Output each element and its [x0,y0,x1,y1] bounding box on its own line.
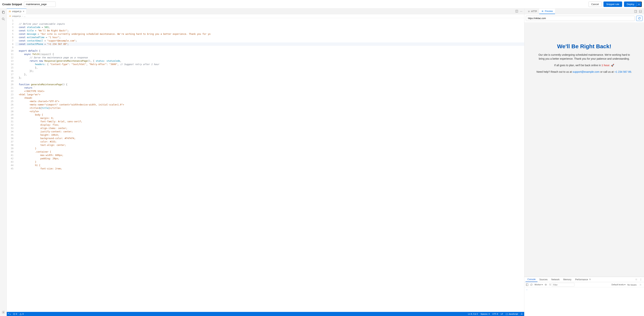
issues-indicator[interactable]: No Issues [627,284,636,286]
page-title: Create Snippet [2,3,22,6]
devtools-tab-sources[interactable]: Sources [538,277,550,282]
explorer-icon[interactable] [2,11,5,14]
svg-point-8 [542,11,543,12]
filter-icon [549,284,551,286]
editor-tabs: JS snippet.js ✕ ⋯ [7,9,524,14]
toggle-sidebar-icon[interactable] [526,283,528,286]
devtools-tab-memory[interactable]: Memory [562,277,573,282]
devtools-more-icon[interactable]: ⋮ [639,278,643,281]
svg-point-2 [2,18,4,20]
svg-point-13 [636,279,636,280]
tab-preview[interactable]: Preview [539,9,555,14]
swap-icon [528,10,530,13]
main: JS snippet.js ✕ ⋯ JS snippet.js › ... 12… [0,9,644,316]
svg-point-18 [546,284,546,285]
language-mode[interactable]: { } JavaScript [506,313,518,315]
preview-eta-line: If all goes to plan, we'll be back onlin… [536,63,633,67]
snippet-name-input[interactable] [24,2,56,7]
indent-setting[interactable]: Spaces: 4 [480,313,490,315]
js-file-icon: JS [8,11,11,13]
breadcrumb[interactable]: JS snippet.js › ... [7,14,524,18]
svg-point-19 [640,284,641,285]
reload-button[interactable] [636,16,642,21]
deploy-options-caret[interactable] [636,2,642,7]
reload-icon [638,17,641,20]
devtools-settings-icon[interactable] [634,278,638,281]
console-filter-input[interactable] [552,283,574,286]
snippet-rule-button[interactable]: Snippet rule [604,2,622,7]
live-expression-icon[interactable] [544,283,547,286]
caret-down-icon [638,3,640,5]
cancel-button[interactable]: Cancel [588,2,602,7]
tab-label: snippet.js [12,10,22,13]
cursor-position[interactable]: Ln 8, Col 2 [468,313,478,315]
deploy-button[interactable]: Deploy [624,2,637,7]
more-actions-icon[interactable]: ⋯ [520,10,522,13]
console-settings-icon[interactable] [638,284,642,286]
tab-http[interactable]: HTTP [526,9,539,14]
svg-point-4 [3,312,4,313]
search-icon[interactable] [2,17,5,21]
activity-bar [0,9,7,316]
breadcrumb-file: snippet.js [12,15,21,17]
encoding[interactable]: UTF-8 [492,313,498,315]
breadcrumb-more: ... [24,15,26,17]
console-prompt: › [526,288,528,291]
svg-rect-9 [634,10,637,13]
log-levels-selector[interactable]: Default levels ▾ [612,283,626,286]
warnings-count[interactable]: 0 [20,313,24,315]
preview-content: We'll Be Right Back! Our site is current… [536,43,633,77]
svg-line-3 [4,20,4,20]
svg-line-17 [531,284,532,285]
chevron-right-icon: › [22,15,23,17]
header: Create Snippet Cancel Snippet rule Deplo… [0,0,644,9]
devtools-tab-performance[interactable]: Performance [573,277,590,282]
code-lines[interactable]: // Define your customizable inputs const… [15,18,524,312]
preview-frame: We'll Be Right Back! Our site is current… [524,23,644,277]
status-bar: 0 0 Ln 8, Col 2 Spaces: 4 UTF-8 LF { } J… [7,312,524,316]
errors-count[interactable]: 0 [13,313,17,315]
preview-message: Our site is currently undergoing schedul… [536,53,633,61]
settings-gear-icon[interactable] [2,310,5,314]
svg-rect-11 [639,10,642,13]
close-icon[interactable]: ✕ [22,10,24,13]
context-selector[interactable]: Worker ▾ [534,283,543,286]
console-toolbar: Worker ▾ Default levels ▾ No Issues [524,282,644,287]
right-panel: HTTP Preview We'll Be Right Back! Our si… [524,9,644,316]
preview-heading: We'll Be Right Back! [536,43,633,50]
remote-icon[interactable] [8,313,10,315]
preview-url-input[interactable] [526,16,635,21]
devtools-tab-network[interactable]: Network [550,277,562,282]
console-body[interactable]: › [524,287,644,316]
clear-console-icon[interactable] [530,283,532,286]
preview-tabs: HTTP Preview [524,9,644,14]
devtools-tabs: ConsoleSourcesNetworkMemoryPerformance ⚗… [524,277,644,282]
split-editor-icon[interactable] [516,10,518,13]
js-file-icon: JS [9,15,11,17]
devtools: ConsoleSourcesNetworkMemoryPerformance ⚗… [524,277,644,316]
preview-email-link[interactable]: support@example.com [572,70,600,73]
preview-phone-link[interactable]: +1 234 567 89 [614,70,631,73]
tab-snippet-js[interactable]: JS snippet.js ✕ [7,9,26,14]
devtools-tab-console[interactable]: Console [526,277,538,282]
eye-icon [542,10,544,12]
code-editor[interactable]: 1234567891011121314151617181920212223242… [7,18,524,312]
editor-panel: JS snippet.js ✕ ⋯ JS snippet.js › ... 12… [7,9,524,316]
svg-rect-14 [526,284,528,286]
url-bar [524,14,644,23]
eol[interactable]: LF [501,313,503,315]
line-gutter: 1234567891011121314151617181920212223242… [7,18,15,312]
preview-help-line: Need help? Reach out to us at support@ex… [536,70,633,74]
svg-rect-1 [2,12,4,14]
bell-icon[interactable] [521,313,523,315]
devtools-toggle-icon[interactable] [638,10,643,13]
panel-layout-icon[interactable] [633,10,638,13]
performance-insights-icon: ⚗ [589,278,591,280]
